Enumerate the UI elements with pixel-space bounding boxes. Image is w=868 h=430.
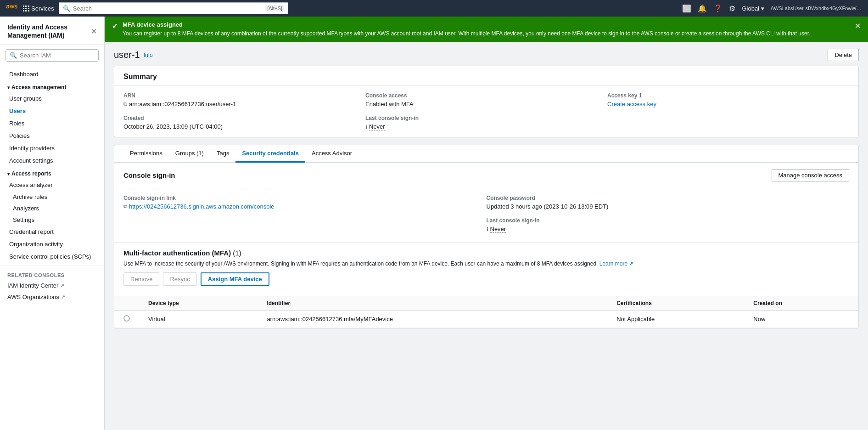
table-row: Virtual arn:aws:iam::024256612736:mfa/My… bbox=[114, 311, 858, 328]
tab-content: Console sign-in Manage console access Co… bbox=[114, 162, 859, 328]
mfa-count: (1) bbox=[233, 249, 241, 257]
sidebar-item-user-groups[interactable]: User groups bbox=[0, 92, 104, 105]
tab-security-credentials[interactable]: Security credentials bbox=[235, 145, 305, 163]
sidebar-item-account-settings[interactable]: Account settings bbox=[0, 154, 104, 167]
summary-card: Summary ARN ⧉ arn:aws:iam::024256612736:… bbox=[114, 66, 859, 137]
sidebar-close-icon[interactable]: ✕ bbox=[91, 27, 97, 36]
mfa-description: Use MFA to increase the security of your… bbox=[123, 260, 849, 268]
sidebar-section-access-reports[interactable]: ▾ Access reports bbox=[0, 167, 104, 179]
sidebar-section-access-management[interactable]: ▾ Access management bbox=[0, 80, 104, 92]
console-password-col: Console password Updated 3 hours ago (20… bbox=[487, 195, 850, 233]
search-shortcut: [Alt+S] bbox=[265, 5, 284, 11]
remove-button[interactable]: Remove bbox=[123, 272, 159, 286]
assign-mfa-device-button[interactable]: Assign MFA device bbox=[201, 272, 269, 286]
summary-arn-label: ARN bbox=[123, 92, 356, 99]
table-cell-identifier: arn:aws:iam::024256612736:mfa/MyMFAdevic… bbox=[258, 311, 607, 328]
grid-icon bbox=[23, 6, 29, 11]
summary-last-signin-value: ℹ Never bbox=[365, 123, 598, 130]
sidebar-item-scp[interactable]: Service control policies (SCPs) bbox=[0, 250, 104, 263]
table-cell-device-type: Virtual bbox=[139, 311, 258, 328]
info-link[interactable]: Info bbox=[144, 52, 153, 58]
sidebar-search-input[interactable] bbox=[20, 52, 97, 59]
manage-console-access-button[interactable]: Manage console access bbox=[772, 169, 849, 181]
delete-button[interactable]: Delete bbox=[828, 49, 859, 61]
sidebar-nav: Dashboard ▾ Access management User group… bbox=[0, 66, 104, 430]
notification-close-icon[interactable]: ✕ bbox=[855, 22, 861, 30]
sidebar-item-credential-report[interactable]: Credential report bbox=[0, 226, 104, 238]
sidebar-item-dashboard[interactable]: Dashboard bbox=[0, 68, 104, 80]
arrow-icon: ▾ bbox=[7, 171, 10, 176]
table-header-radio bbox=[114, 296, 139, 311]
page-header: user-1 Info Delete bbox=[105, 42, 868, 66]
copy-icon[interactable]: ⧉ bbox=[123, 204, 127, 209]
console-last-signin-value: ℹ Never bbox=[487, 226, 850, 233]
summary-access-key-col: Access key 1 Create access key bbox=[607, 92, 849, 130]
summary-access-key-value[interactable]: Create access key bbox=[607, 101, 840, 108]
related-consoles-header: Related consoles bbox=[0, 269, 104, 280]
tab-access-advisor[interactable]: Access Advisor bbox=[305, 145, 358, 163]
search-icon: 🔍 bbox=[63, 5, 70, 12]
external-link-icon: ↗ bbox=[60, 283, 64, 289]
sidebar-item-organization-activity[interactable]: Organization activity bbox=[0, 238, 104, 250]
tab-tags[interactable]: Tags bbox=[210, 145, 235, 163]
sidebar-item-access-analyzer[interactable]: Access analyzer bbox=[0, 179, 104, 191]
summary-console-access-label: Console access bbox=[365, 92, 598, 99]
summary-console-col: Console access Enabled with MFA Last con… bbox=[365, 92, 607, 130]
services-menu[interactable]: Services bbox=[23, 5, 54, 12]
mfa-section: Multi-factor authentication (MFA) (1) Us… bbox=[114, 243, 858, 296]
success-icon: ✔ bbox=[112, 22, 118, 30]
summary-console-access-value: Enabled with MFA bbox=[365, 101, 598, 108]
arrow-icon: ▾ bbox=[7, 85, 10, 90]
tab-groups[interactable]: Groups (1) bbox=[169, 145, 210, 163]
region-selector[interactable]: Global ▾ bbox=[742, 5, 764, 12]
sidebar-item-analyzers[interactable]: Analyzers bbox=[0, 203, 104, 214]
help-icon[interactable]: ❓ bbox=[713, 4, 722, 13]
tab-permissions[interactable]: Permissions bbox=[123, 145, 169, 163]
table-header-created-on: Created on bbox=[744, 296, 858, 311]
terminal-icon[interactable]: ⬜ bbox=[682, 4, 691, 13]
sidebar-item-roles[interactable]: Roles bbox=[0, 117, 104, 130]
account-label[interactable]: AWSLabsUser-sBWxhdbx4GyXFnwWzPaopz/d32dd… bbox=[771, 6, 862, 11]
summary-created-value: October 26, 2023, 13:09 (UTC-04:00) bbox=[123, 123, 356, 130]
table-cell-radio bbox=[114, 311, 139, 328]
external-link-icon: ↗ bbox=[629, 260, 633, 267]
learn-more-link[interactable]: Learn more ↗ bbox=[599, 260, 634, 267]
console-last-signin-label: Last console sign-in bbox=[487, 217, 850, 224]
sidebar-item-settings[interactable]: Settings bbox=[0, 214, 104, 226]
sidebar: Identity and Access Management (IAM) ✕ 🔍… bbox=[0, 17, 105, 430]
sidebar-header: Identity and Access Management (IAM) ✕ bbox=[0, 17, 104, 45]
mfa-table: Device type Identifier Certifications Cr… bbox=[114, 296, 858, 328]
sidebar-item-archive-rules[interactable]: Archive rules bbox=[0, 191, 104, 203]
settings-icon[interactable]: ⚙ bbox=[729, 4, 735, 13]
summary-arn-value: ⧉ arn:aws:iam::024256612736:user/user-1 bbox=[123, 101, 356, 108]
notifications-icon[interactable]: 🔔 bbox=[698, 4, 707, 13]
sidebar-item-iam-identity-center[interactable]: IAM Identity Center ↗ bbox=[0, 280, 104, 291]
info-circle-icon: ℹ bbox=[365, 124, 367, 130]
global-search-input[interactable] bbox=[73, 5, 263, 12]
notification-title: MFA device assigned bbox=[123, 21, 850, 28]
sidebar-title: Identity and Access Management (IAM) bbox=[7, 23, 67, 40]
global-search[interactable]: 🔍 [Alt+S] bbox=[59, 2, 288, 14]
radio-button[interactable] bbox=[123, 315, 130, 322]
copy-icon[interactable]: ⧉ bbox=[123, 101, 127, 107]
sidebar-search[interactable]: 🔍 bbox=[6, 49, 99, 62]
sidebar-item-policies[interactable]: Policies bbox=[0, 130, 104, 142]
sidebar-item-users[interactable]: Users bbox=[0, 105, 104, 117]
summary-title: Summary bbox=[114, 66, 858, 86]
sidebar-item-aws-organizations[interactable]: AWS Organizations ↗ bbox=[0, 291, 104, 303]
sidebar-search-icon: 🔍 bbox=[10, 52, 17, 59]
table-cell-certifications: Not Applicable bbox=[607, 311, 744, 328]
tabs-container: Permissions Groups (1) Tags Security cre… bbox=[114, 145, 859, 162]
nav-right: ⬜ 🔔 ❓ ⚙ Global ▾ AWSLabsUser-sBWxhdbx4Gy… bbox=[682, 4, 862, 13]
resync-button[interactable]: Resync bbox=[163, 272, 196, 286]
console-signin-header: Console sign-in Manage console access bbox=[114, 163, 858, 188]
console-link-col: Console sign-in link ⧉ https://024256612… bbox=[123, 195, 487, 233]
sidebar-divider bbox=[0, 266, 104, 266]
table-cell-created-on: Now bbox=[744, 311, 858, 328]
table-header-identifier: Identifier bbox=[258, 296, 607, 311]
notification-text: You can register up to 8 MFA devices of … bbox=[123, 29, 850, 38]
sidebar-item-identity-providers[interactable]: Identity providers bbox=[0, 142, 104, 154]
page-title-row: user-1 Info bbox=[114, 50, 153, 60]
table-header-device-type: Device type bbox=[139, 296, 258, 311]
summary-arn-col: ARN ⧉ arn:aws:iam::024256612736:user/use… bbox=[123, 92, 365, 130]
